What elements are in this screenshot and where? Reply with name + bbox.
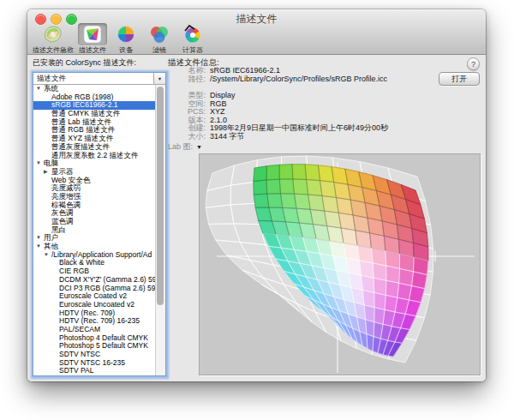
tree-item-label: HDTV (Rec. 709) 16-235 [59,317,140,326]
tree-item[interactable]: SDTV PAL [33,367,156,375]
help-button[interactable]: ? [467,57,480,70]
tree-item[interactable]: HDTV (Rec. 709) [33,309,156,318]
tree-item[interactable]: Photoshop 5 Default CMYK [33,342,156,351]
tree-item[interactable]: ▶显示器 [33,168,156,177]
profile-filter-dropdown[interactable]: 描述文件 ▼ [33,73,165,85]
tree-item[interactable]: SDTV NTSC [33,351,156,359]
tree-item[interactable]: Web 安全色 [33,177,156,185]
tree-item-label: HDTV (Rec. 709) [59,309,115,318]
profiles-icon [78,23,107,45]
info-field-row: PCS:XYZ [168,108,442,117]
tree-item-label: 用户 [44,234,58,243]
tree-item-label: PAL/SECAM [59,326,100,334]
tree-item-label: 亮度增强 [51,193,81,201]
tree-item-label: 灰色调 [51,209,74,218]
lab-plot-label: Lab 图: [168,141,193,153]
lab-gamut-plot[interactable] [199,153,481,375]
tree-item[interactable]: 通用灰度系数 2.2 描述文件 [33,152,156,160]
tree-item[interactable]: DCDM X'Y'Z' (Gamma 2.6) 590 [33,276,156,285]
toolbar-item-filters[interactable]: 滤镜 [145,23,174,55]
toolbar-item-label: 滤镜 [152,45,166,55]
tree-item[interactable]: Adobe RGB (1998) [33,93,156,102]
sidebar-header: 已安装的 ColorSync 描述文件: [33,57,136,69]
scrollbar-track[interactable] [155,85,165,375]
info-field-row: 类型:Display [168,92,442,100]
tree-item-label: 黑白 [51,226,66,235]
tree-item[interactable]: sRGB IEC61966-2.1 [33,101,156,110]
tree-item-label: Black & White [59,259,105,267]
field-value: 3144 字节 [210,133,245,141]
devices-icon [111,23,140,45]
colorsync-window: 描述文件 描述文件急救描述文件设备滤镜计算器 已安装的 ColorSync 描述… [27,9,486,381]
tree-item[interactable]: 蓝色调 [33,218,156,226]
profile-listbox: 描述文件 ▼ ▼系统Adobe RGB (1998)sRGB IEC61966-… [33,72,166,376]
tree-item-label: 电脑 [44,159,58,168]
tree-item[interactable]: Euroscale Uncoated v2 [33,301,156,309]
tree-item[interactable]: ▼系统 [33,85,156,93]
info-fields-primary: 名称:sRGB IEC61966-2.1路径:/System/Library/C… [168,67,442,83]
disclosure-open-icon[interactable]: ▼ [44,251,51,260]
tree-item-label: Adobe RGB (1998) [51,93,113,102]
tree-item-label: 普通 XYZ 描述文件 [51,135,113,143]
tree-item[interactable]: DCI P3 RGB (Gamma 2.6) 5900 [33,285,156,293]
field-value: /System/Library/ColorSync/Profiles/sRGB … [210,75,387,84]
dropdown-value: 描述文件 [33,74,153,84]
tree-item[interactable]: 灰色调 [33,209,156,218]
toolbar-item-profile-first-aid[interactable]: 描述文件急救 [33,23,74,55]
tree-item[interactable]: SDTV NTSC 16-235 [33,359,156,368]
tree-item-label: 其他 [44,243,58,251]
open-button[interactable]: 打开 [439,72,480,86]
window-chrome: 描述文件 描述文件急救描述文件设备滤镜计算器 [27,9,486,55]
scrollbar-thumb[interactable] [157,87,164,305]
tree-item[interactable]: Euroscale Coated v2 [33,292,156,301]
disclosure-open-icon[interactable]: ▼ [36,159,44,168]
disclosure-open-icon[interactable]: ▼ [36,234,44,243]
profile-tree: ▼系统Adobe RGB (1998)sRGB IEC61966-2.1普通 C… [33,85,156,375]
content-area: 已安装的 ColorSync 描述文件: 描述文件 ▼ ▼系统Adobe RGB… [27,55,486,381]
disclosure-open-icon[interactable]: ▼ [36,85,44,93]
tree-item-label: /Library/Application Support/Ad [51,251,152,260]
tree-item[interactable]: Photoshop 4 Default CMYK [33,334,156,343]
tree-item[interactable]: 普通 Lab 描述文件 [33,118,156,127]
toolbar-item-devices[interactable]: 设备 [111,23,140,55]
disclosure-closed-icon[interactable]: ▶ [44,168,51,177]
chevron-down-icon[interactable]: ▼ [153,73,165,84]
toolbar-item-calculator[interactable]: 计算器 [178,23,207,55]
toolbar-item-profiles[interactable]: 描述文件 [78,23,107,55]
lab-plot-row: Lab 图: ▼ [168,141,202,153]
tree-item-label: Web 安全色 [51,177,90,185]
tree-item-label: 亮度减弱 [51,184,81,193]
lab-gamut-svg [200,154,480,375]
tree-item[interactable]: Black & White [33,259,156,267]
tree-item-label: Photoshop 5 Default CMYK [59,342,148,351]
tree-item[interactable]: 棕褐色调 [33,201,156,210]
tree-item[interactable]: 亮度减弱 [33,184,156,193]
tree-item[interactable]: ▼用户 [33,234,156,243]
disclosure-open-icon[interactable]: ▼ [36,243,44,251]
tree-item[interactable]: ▼其他 [33,243,156,251]
tree-item[interactable]: 黑白 [33,226,156,235]
tree-item[interactable]: 普通 RGB 描述文件 [33,126,156,135]
toolbar-item-label: 设备 [119,45,133,55]
tree-item[interactable]: ▼/Library/Application Support/Ad [33,251,156,260]
tree-item[interactable]: CIE RGB [33,267,156,276]
tree-item-label: CIE RGB [59,267,89,276]
tree-item-label: sRGB IEC61966-2.1 [51,101,117,110]
toolbar-item-label: 计算器 [182,45,203,55]
tree-item[interactable]: 亮度增强 [33,193,156,201]
tree-item[interactable]: ▼电脑 [33,159,156,168]
tree-item[interactable]: 普通灰度描述文件 [33,143,156,152]
tree-item-label: 普通灰度描述文件 [51,143,110,152]
tree-item-label: DCI P3 RGB (Gamma 2.6) 5900 [59,285,156,293]
profile-first-aid-icon [39,23,68,45]
tree-item[interactable]: 普通 CMYK 描述文件 [33,110,156,118]
disclosure-open-icon[interactable]: ▼ [196,144,202,150]
filters-icon [145,23,174,45]
calculator-icon [178,23,207,45]
tree-item-label: 普通 CMYK 描述文件 [51,110,120,118]
tree-item[interactable]: PAL/SECAM [33,326,156,334]
tree-item[interactable]: 普通 XYZ 描述文件 [33,135,156,143]
tree-item[interactable]: HDTV (Rec. 709) 16-235 [33,317,156,326]
tree-item-label: 普通 RGB 描述文件 [51,126,115,135]
info-field-row: 路径:/System/Library/ColorSync/Profiles/sR… [168,75,442,84]
